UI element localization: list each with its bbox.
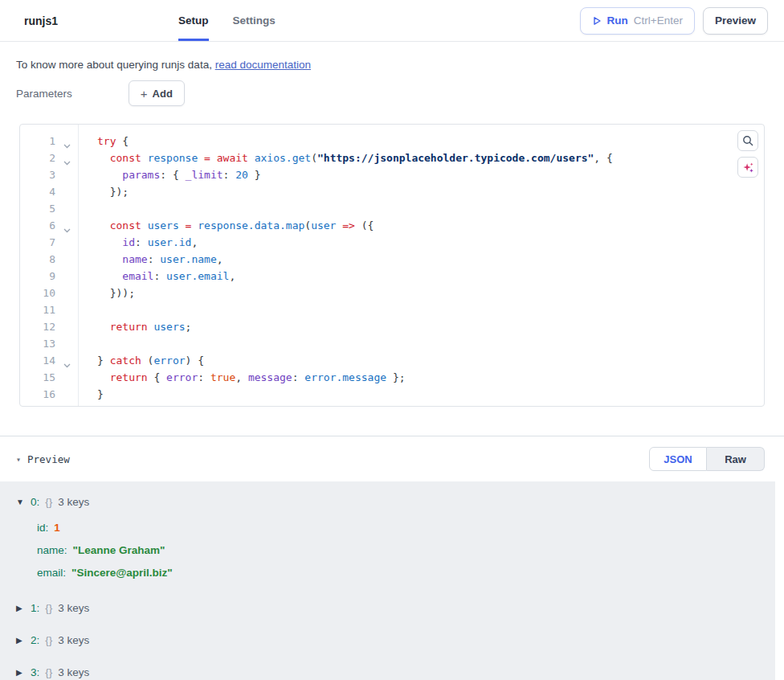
fold-gutter xyxy=(55,335,78,352)
preview-header: ▾ Preview JSON Raw xyxy=(0,436,784,481)
code-editor[interactable]: 1try {2 const response = await axios.get… xyxy=(19,124,765,407)
line-number: 16 xyxy=(20,386,55,403)
ai-sparkles-icon xyxy=(742,162,754,174)
run-button[interactable]: Run Ctrl+Enter xyxy=(580,7,695,35)
tab-settings[interactable]: Settings xyxy=(233,0,276,41)
fold-gutter xyxy=(55,369,78,386)
collapse-node-icon[interactable]: ▼ xyxy=(16,494,25,510)
json-tree-node-toggle[interactable]: ▶1:{}3 keys xyxy=(16,600,784,617)
fold-gutter xyxy=(55,386,78,403)
add-parameter-button[interactable]: + Add xyxy=(129,80,185,106)
documentation-hint-text: To know more about querying runjs data, xyxy=(16,59,212,71)
tree-node-brace: {} xyxy=(45,600,52,617)
fold-gutter xyxy=(55,251,78,268)
fold-gutter xyxy=(55,318,78,335)
fold-gutter xyxy=(55,166,78,183)
code-text: } catch (error) { xyxy=(78,352,204,369)
plus-icon: + xyxy=(141,87,148,100)
json-tree-row: ▶1:{}3 keys xyxy=(16,600,784,617)
fold-gutter xyxy=(55,301,78,318)
line-number: 12 xyxy=(20,318,55,335)
run-shortcut: Ctrl+Enter xyxy=(634,14,683,27)
code-line: 4 }); xyxy=(20,183,764,200)
expand-node-icon[interactable]: ▶ xyxy=(16,633,25,649)
fold-gutter xyxy=(55,183,78,200)
json-tree-node-toggle[interactable]: ▶3:{}3 keys xyxy=(16,665,784,680)
line-number: 13 xyxy=(20,335,55,352)
line-number: 8 xyxy=(20,251,55,268)
line-number: 14 xyxy=(20,352,55,369)
code-line: 11 xyxy=(20,301,764,318)
code-line: 15 return { error: true, message: error.… xyxy=(20,369,764,386)
tree-node-meta: 3 keys xyxy=(58,665,89,680)
code-text: try { xyxy=(78,133,129,150)
header-actions: Run Ctrl+Enter Preview xyxy=(580,0,768,41)
preview-mode-toggle: JSON Raw xyxy=(649,447,765,471)
query-editor-panel: runjs1 Setup Settings Run Ctrl+Enter Pre… xyxy=(0,0,784,680)
preview-title: Preview xyxy=(27,453,70,465)
json-tree-row: ▶2:{}3 keys xyxy=(16,633,784,649)
line-number: 9 xyxy=(20,268,55,285)
play-icon xyxy=(592,16,602,26)
code-line: 1try { xyxy=(20,133,764,150)
code-line: 13 xyxy=(20,335,764,352)
line-number: 6 xyxy=(20,217,55,234)
code-text xyxy=(78,335,97,352)
fold-toggle-icon[interactable] xyxy=(55,150,78,166)
tab-setup[interactable]: Setup xyxy=(178,0,209,41)
line-number: 3 xyxy=(20,166,55,183)
code-text: return { error: true, message: error.mes… xyxy=(78,369,406,386)
code-text: }); xyxy=(78,183,129,200)
json-mode-button[interactable]: JSON xyxy=(649,447,707,471)
ai-assist-button[interactable] xyxy=(737,157,758,178)
tree-root: ▼0:{}3 keysid:1name:"Leanne Graham"email… xyxy=(16,494,784,680)
tree-child-row: name:"Leanne Graham" xyxy=(37,539,784,562)
tree-node-brace: {} xyxy=(45,633,52,649)
line-number: 1 xyxy=(20,133,55,150)
read-documentation-link[interactable]: read documentation xyxy=(215,59,311,71)
code-line: 6 const users = response.data.map(user =… xyxy=(20,217,764,234)
tree-node-key: 0: xyxy=(31,494,39,510)
setup-panel: To know more about querying runjs data, … xyxy=(0,42,784,407)
preview-section-toggle[interactable]: ▾ Preview xyxy=(16,453,70,465)
run-label: Run xyxy=(607,14,628,27)
tree-node-brace: {} xyxy=(45,494,52,510)
code-line: 2 const response = await axios.get("http… xyxy=(20,150,764,166)
line-number: 15 xyxy=(20,369,55,386)
parameters-row: Parameters + Add xyxy=(16,80,765,106)
line-number: 7 xyxy=(20,234,55,251)
json-tree-node-toggle[interactable]: ▶2:{}3 keys xyxy=(16,633,784,649)
code-line: 16} xyxy=(20,386,764,403)
tree-children: id:1name:"Leanne Graham"email:"Sincere@a… xyxy=(37,517,784,584)
code-line: 14} catch (error) { xyxy=(20,352,764,369)
tree-child-key: id: xyxy=(37,522,48,534)
preview-button[interactable]: Preview xyxy=(703,7,768,35)
code-line: 9 email: user.email, xyxy=(20,268,764,285)
fold-toggle-icon[interactable] xyxy=(55,133,78,150)
line-number: 5 xyxy=(20,200,55,217)
scrollbar-track[interactable] xyxy=(775,481,784,680)
code-lines: 1try {2 const response = await axios.get… xyxy=(20,133,764,403)
parameters-label: Parameters xyxy=(16,88,72,100)
json-tree-row: ▶3:{}3 keys xyxy=(16,665,784,680)
tree-child-row: email:"Sincere@april.biz" xyxy=(37,562,784,584)
fold-toggle-icon[interactable] xyxy=(55,352,78,369)
search-code-button[interactable] xyxy=(737,130,758,151)
expand-node-icon[interactable]: ▶ xyxy=(16,600,25,617)
expand-node-icon[interactable]: ▶ xyxy=(16,665,25,680)
raw-mode-button[interactable]: Raw xyxy=(707,447,765,471)
line-number: 4 xyxy=(20,183,55,200)
tree-child-value: "Sincere@april.biz" xyxy=(71,567,173,579)
json-tree-node-toggle[interactable]: ▼0:{}3 keys xyxy=(16,494,784,510)
code-text: email: user.email, xyxy=(78,268,235,285)
fold-gutter xyxy=(55,285,78,301)
code-text xyxy=(78,301,97,318)
tab-bar: Setup Settings xyxy=(178,0,276,41)
search-icon xyxy=(742,135,753,146)
fold-gutter xyxy=(55,268,78,285)
line-number: 10 xyxy=(20,285,55,301)
code-text xyxy=(78,200,97,217)
fold-toggle-icon[interactable] xyxy=(55,217,78,234)
tree-child-row: id:1 xyxy=(37,517,784,539)
code-line: 10 })); xyxy=(20,285,764,301)
